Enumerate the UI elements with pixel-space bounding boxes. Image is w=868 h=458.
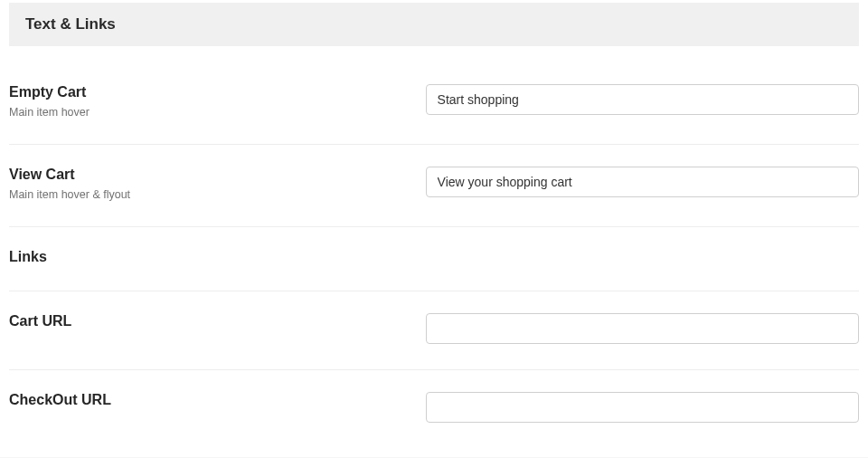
section-title: Text & Links xyxy=(25,15,843,33)
row-view-cart-right xyxy=(426,167,859,197)
checkout-url-input[interactable] xyxy=(426,392,859,423)
row-empty-cart: Empty Cart Main item hover xyxy=(9,46,859,145)
row-checkout-url: CheckOut URL xyxy=(9,370,859,448)
row-cart-url: Cart URL xyxy=(9,291,859,370)
row-view-cart-left: View Cart Main item hover & flyout xyxy=(9,167,426,201)
checkout-url-label: CheckOut URL xyxy=(9,392,408,408)
empty-cart-input[interactable] xyxy=(426,84,859,115)
cart-url-label: Cart URL xyxy=(9,313,408,329)
empty-cart-label: Empty Cart xyxy=(9,84,408,100)
row-cart-url-right xyxy=(426,313,859,344)
empty-cart-desc: Main item hover xyxy=(9,106,408,119)
section-header: Text & Links xyxy=(9,3,859,46)
form-wrapper: Empty Cart Main item hover View Cart Mai… xyxy=(0,46,868,448)
row-links-left: Links xyxy=(9,249,426,265)
row-cart-url-left: Cart URL xyxy=(9,313,426,335)
view-cart-input[interactable] xyxy=(426,167,859,197)
cart-url-input[interactable] xyxy=(426,313,859,344)
row-links: Links xyxy=(9,227,859,291)
row-checkout-url-left: CheckOut URL xyxy=(9,392,426,414)
row-empty-cart-right xyxy=(426,84,859,115)
row-view-cart: View Cart Main item hover & flyout xyxy=(9,145,859,227)
links-label: Links xyxy=(9,249,408,265)
view-cart-desc: Main item hover & flyout xyxy=(9,188,408,201)
row-checkout-url-right xyxy=(426,392,859,423)
view-cart-label: View Cart xyxy=(9,167,408,183)
row-empty-cart-left: Empty Cart Main item hover xyxy=(9,84,426,119)
